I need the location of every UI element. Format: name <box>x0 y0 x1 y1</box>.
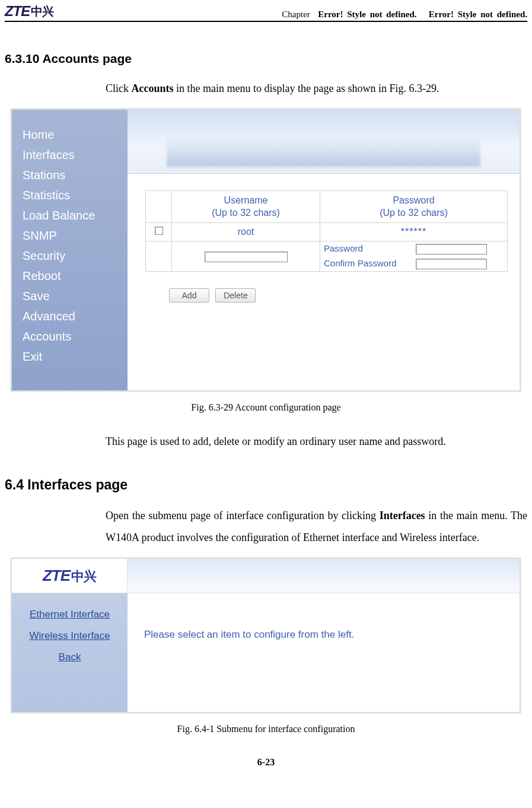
logo-text: ZTE <box>43 567 70 585</box>
accounts-table: Username (Up to 32 chars) Password (Up t… <box>145 190 508 272</box>
zte-logo: ZTE中兴 <box>5 3 53 20</box>
interfaces-main: Please select an item to configure from … <box>128 593 520 712</box>
para-interfaces-intro: Open the submenu page of interface confi… <box>106 505 527 550</box>
accounts-sidebar: Home Interfaces Stations Statistics Load… <box>12 110 128 390</box>
t: Click <box>106 82 132 94</box>
t: Username <box>224 195 268 205</box>
sidebar-item-security[interactable]: Security <box>23 246 128 266</box>
chapter-error1: Error! Style not defined. <box>318 9 416 19</box>
page-number: 6-23 <box>5 757 527 774</box>
cell-username-input <box>172 241 320 272</box>
sidebar-item-stations[interactable]: Stations <box>23 165 128 185</box>
button-row: Add Delete <box>145 288 508 303</box>
sidebar-item-loadbalance[interactable]: Load Balance <box>23 205 128 225</box>
table-header-row: Username (Up to 32 chars) Password (Up t… <box>146 190 508 223</box>
cell-password-masked: ****** <box>320 223 508 241</box>
password-input[interactable] <box>416 244 487 255</box>
bold-interfaces: Interfaces <box>380 510 425 521</box>
cell-username: root <box>172 223 320 241</box>
t: (Up to 32 chars) <box>212 208 280 218</box>
sidebar-item-back[interactable]: Back <box>12 647 128 668</box>
t: in the main menu to display the page as … <box>174 82 439 94</box>
para-accounts-desc: This page is used to add, delete or modi… <box>106 431 527 453</box>
shot2-banner <box>128 559 520 593</box>
caption-6-3-29: Fig. 6.3-29 Account configuration page <box>5 402 527 413</box>
label-confirm-password: Confirm Password <box>320 256 412 271</box>
t: Password <box>393 195 434 205</box>
sidebar-item-exit[interactable]: Exit <box>23 346 128 367</box>
add-button[interactable]: Add <box>169 288 209 303</box>
cell-checkbox-new <box>146 241 172 272</box>
logo-cn: 中兴 <box>71 568 96 586</box>
cell-checkbox <box>146 223 172 241</box>
sidebar-item-home[interactable]: Home <box>23 125 128 145</box>
sidebar-item-reboot[interactable]: Reboot <box>23 266 128 286</box>
chapter-line: Chapter Error! Style not defined. Error!… <box>282 9 527 20</box>
sidebar-item-save[interactable]: Save <box>23 286 128 306</box>
heading-6-4: 6.4 Interfaces page <box>5 477 527 493</box>
sidebar-item-snmp[interactable]: SNMP <box>23 225 128 246</box>
chapter-prefix: Chapter <box>282 9 310 19</box>
t: (Up to 32 chars) <box>380 208 448 218</box>
logo-cn: 中兴 <box>31 4 53 20</box>
shot2-logo-cell: ZTE中兴 <box>12 559 128 593</box>
para-accounts-intro: Click Accounts in the main menu to displ… <box>106 78 527 100</box>
confirm-password-input[interactable] <box>416 259 487 269</box>
figure-6-3-29: Home Interfaces Stations Statistics Load… <box>11 109 521 392</box>
row-checkbox[interactable] <box>155 227 163 235</box>
prompt-text: Please select an item to configure from … <box>144 629 354 640</box>
figure-6-4-1: ZTE中兴 Ethernet Interface Wireless Interf… <box>11 558 521 713</box>
page-content: 6.3.10 Accounts page Click Accounts in t… <box>0 22 532 774</box>
th-username: Username (Up to 32 chars) <box>172 190 320 223</box>
accounts-body: Username (Up to 32 chars) Password (Up t… <box>128 174 520 314</box>
shot2-top-row: ZTE中兴 <box>12 559 520 593</box>
sidebar-item-statistics[interactable]: Statistics <box>23 185 128 205</box>
label-password: Password <box>320 241 412 256</box>
bold-accounts: Accounts <box>132 82 174 94</box>
chapter-error2: Error! Style not defined. <box>429 9 527 19</box>
page-header: ZTE中兴 Chapter Error! Style not defined. … <box>0 0 532 21</box>
sidebar-item-accounts[interactable]: Accounts <box>23 326 128 346</box>
shot2-body: Ethernet Interface Wireless Interface Ba… <box>12 593 520 712</box>
zte-logo-small: ZTE中兴 <box>43 567 96 586</box>
th-checkbox <box>146 190 172 223</box>
sidebar-item-advanced[interactable]: Advanced <box>23 306 128 326</box>
delete-button[interactable]: Delete <box>215 288 256 303</box>
username-input[interactable] <box>205 252 288 262</box>
caption-6-4-1: Fig. 6.4-1 Submenu for interface configu… <box>5 724 527 734</box>
th-password: Password (Up to 32 chars) <box>320 190 508 223</box>
sidebar-item-ethernet[interactable]: Ethernet Interface <box>12 604 128 625</box>
accounts-main: Username (Up to 32 chars) Password (Up t… <box>128 110 520 390</box>
heading-6-3-10: 6.3.10 Accounts page <box>5 52 527 66</box>
t: Open the submenu page of interface confi… <box>106 510 380 521</box>
table-row-new: Password Confirm Password <box>146 241 508 272</box>
interfaces-sidebar: Ethernet Interface Wireless Interface Ba… <box>12 593 128 712</box>
banner-image <box>128 110 520 174</box>
sidebar-item-interfaces[interactable]: Interfaces <box>23 145 128 165</box>
sidebar-item-wireless[interactable]: Wireless Interface <box>12 625 128 647</box>
logo-text: ZTE <box>5 3 30 20</box>
cell-password-fields: Password Confirm Password <box>320 241 508 272</box>
table-row-root: root ****** <box>146 223 508 241</box>
